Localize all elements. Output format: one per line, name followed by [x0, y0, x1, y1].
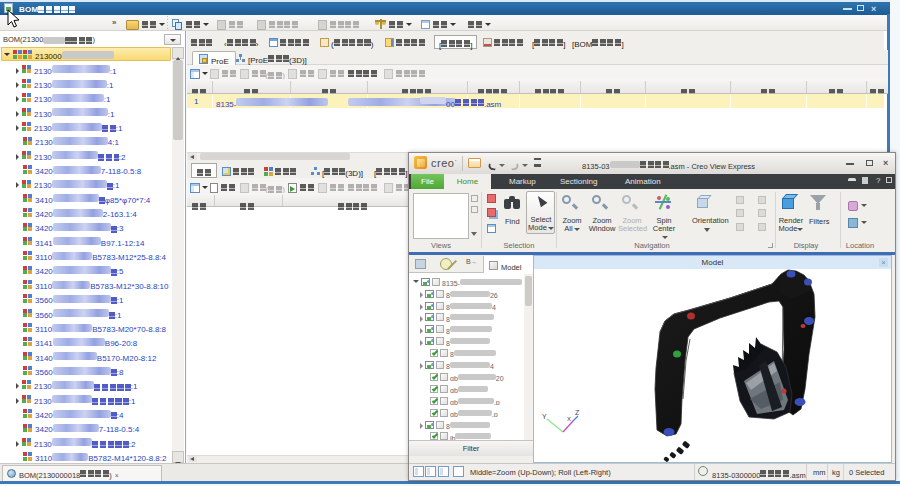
svg-text:Y: Y [542, 413, 547, 420]
svg-text:Z: Z [575, 409, 580, 416]
svg-text:X: X [567, 416, 571, 422]
